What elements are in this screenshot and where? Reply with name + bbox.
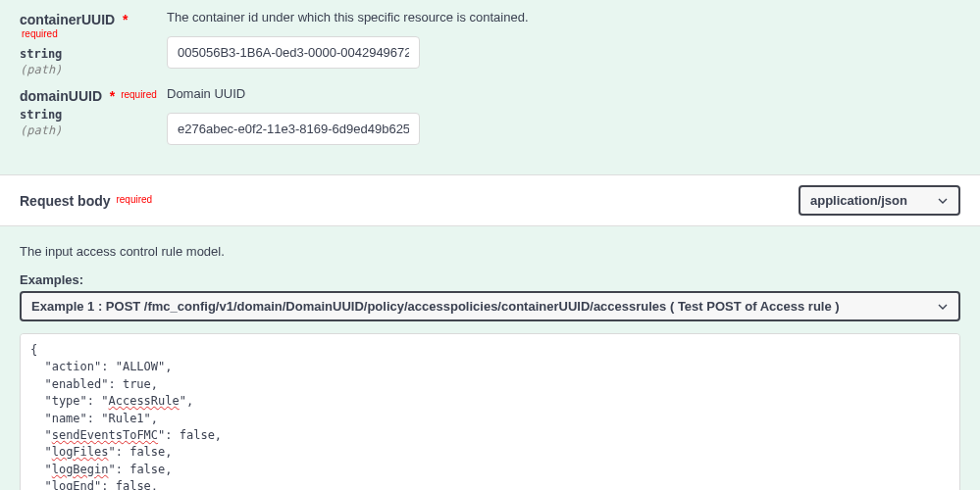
required-label: required (121, 89, 157, 100)
request-body-editor[interactable]: { "action": "ALLOW", "enabled": true, "t… (20, 333, 960, 490)
param-description: The container id under which this specif… (167, 10, 960, 24)
required-label: required (116, 194, 152, 205)
parameters-section: containerUUID * required string (path) T… (0, 0, 980, 174)
examples-label: Examples: (20, 272, 960, 287)
model-description: The input access control rule model. (20, 244, 960, 259)
required-star: * (119, 12, 128, 27)
param-description: Domain UUID (167, 86, 960, 101)
containerUUID-input[interactable] (167, 36, 420, 69)
domainUUID-input[interactable] (167, 113, 420, 145)
param-type: string (20, 108, 167, 122)
required-label: required (22, 28, 58, 39)
param-location: (path) (20, 123, 167, 137)
request-body-content: The input access control rule model. Exa… (0, 226, 980, 490)
param-row-containerUUID: containerUUID * required string (path) T… (20, 10, 960, 76)
param-row-domainUUID: domainUUID * required string (path) Doma… (20, 86, 960, 145)
param-location: (path) (20, 63, 167, 76)
param-type: string (20, 47, 167, 61)
param-name: containerUUID (20, 12, 115, 27)
request-body-title: Request body (20, 193, 111, 209)
examples-select[interactable]: Example 1 : POST /fmc_config/v1/domain/D… (20, 291, 960, 321)
request-body-header: Request body required application/json (0, 174, 980, 226)
param-name: domainUUID (20, 88, 102, 104)
content-type-select[interactable]: application/json (799, 185, 960, 216)
required-star: * (106, 88, 115, 104)
